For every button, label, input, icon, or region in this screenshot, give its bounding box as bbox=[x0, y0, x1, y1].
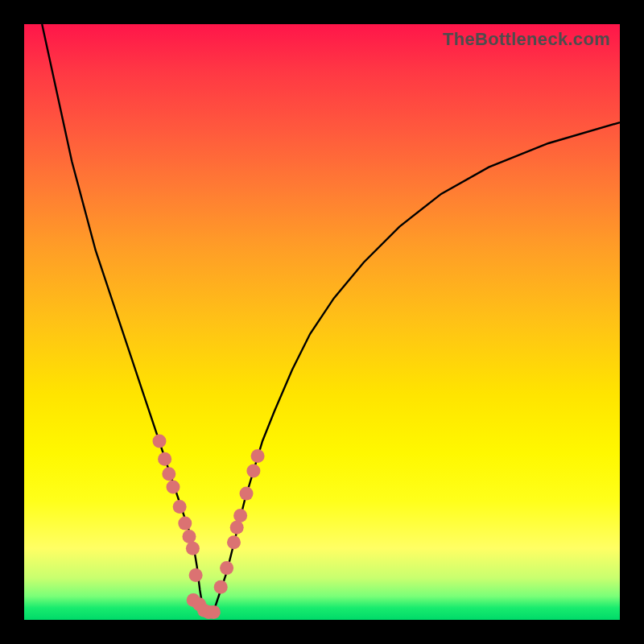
data-bead bbox=[230, 521, 244, 535]
data-point-beads bbox=[152, 435, 264, 619]
plot-area: TheBottleneck.com bbox=[24, 24, 620, 620]
data-bead bbox=[158, 452, 171, 466]
right-curve-path bbox=[215, 122, 620, 608]
data-bead bbox=[162, 467, 175, 481]
chart-container: TheBottleneck.com bbox=[0, 0, 644, 644]
data-bead bbox=[227, 535, 241, 549]
data-bead bbox=[233, 509, 247, 522]
data-bead bbox=[220, 561, 233, 575]
data-bead bbox=[240, 487, 254, 501]
data-bead bbox=[207, 605, 221, 619]
data-bead bbox=[182, 530, 196, 543]
data-bead bbox=[152, 435, 166, 448]
data-bead bbox=[251, 449, 265, 463]
data-bead bbox=[189, 568, 203, 582]
data-bead bbox=[246, 464, 260, 478]
data-bead bbox=[186, 542, 200, 555]
data-bead bbox=[167, 480, 180, 493]
chart-svg bbox=[24, 24, 620, 620]
left-curve-path bbox=[42, 24, 203, 608]
data-bead bbox=[173, 500, 187, 514]
data-bead bbox=[178, 517, 192, 530]
data-bead bbox=[214, 580, 228, 594]
